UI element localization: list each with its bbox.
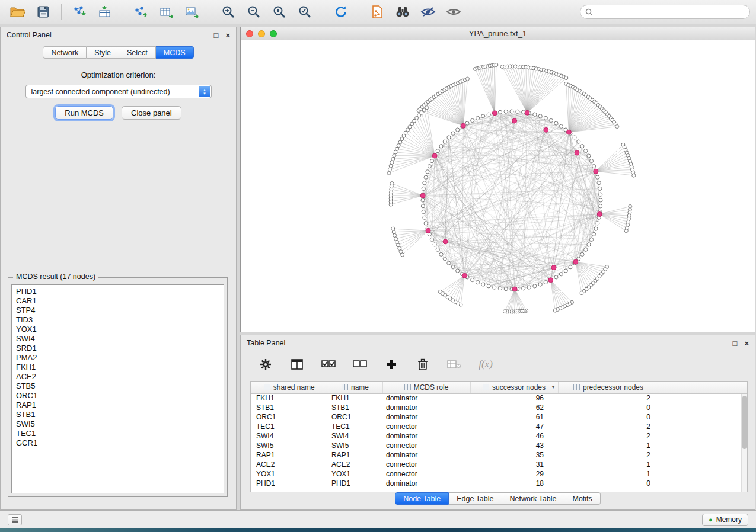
list-item[interactable]: RAP1 <box>16 400 224 410</box>
col-header-name[interactable]: name <box>328 382 382 393</box>
zoom-out-button[interactable] <box>242 2 266 21</box>
sort-arrow-icon[interactable]: ▾ <box>551 383 554 390</box>
deselect-all-button[interactable] <box>352 357 368 372</box>
list-item[interactable]: STB5 <box>16 382 224 391</box>
show-columns-button[interactable] <box>289 357 305 372</box>
cell-mcds-role[interactable]: connector <box>382 422 470 431</box>
status-menu-button[interactable] <box>8 514 22 525</box>
cell-mcds-role[interactable]: connector <box>382 460 470 469</box>
cell-name[interactable]: SWI5 <box>328 441 382 450</box>
cell-name[interactable]: TEC1 <box>328 422 382 431</box>
list-item[interactable]: FKH1 <box>16 363 224 372</box>
list-item[interactable]: SRD1 <box>16 344 224 353</box>
search-network-button[interactable] <box>391 2 414 21</box>
cell-mcds-role[interactable]: dominator <box>382 479 470 488</box>
cell-shared-name[interactable]: YOX1 <box>251 469 328 479</box>
table-row[interactable]: PHD1PHD1dominator180 <box>251 479 747 488</box>
cell-shared-name[interactable]: SWI5 <box>251 441 328 450</box>
list-item[interactable]: SWI4 <box>16 334 224 344</box>
table-row[interactable]: ACE2ACE2connector311 <box>251 460 747 469</box>
select-all-button[interactable] <box>321 357 336 372</box>
cell-successor-nodes[interactable]: 35 <box>470 450 558 460</box>
table-row[interactable]: ORC1ORC1dominator610 <box>251 412 747 422</box>
cell-mcds-role[interactable]: dominator <box>382 403 470 412</box>
cell-successor-nodes[interactable]: 31 <box>470 460 558 469</box>
refresh-view-button[interactable] <box>329 2 353 21</box>
table-row[interactable]: SWI4SWI4dominator462 <box>251 431 747 441</box>
run-mcds-button[interactable]: Run MCDS <box>55 106 113 120</box>
close-window-button[interactable] <box>246 30 253 37</box>
list-item[interactable]: PMA2 <box>16 353 224 363</box>
close-panel-icon[interactable]: × <box>744 339 749 347</box>
zoom-fit-button[interactable] <box>267 2 291 21</box>
list-item[interactable]: PHD1 <box>16 287 224 296</box>
add-column-button[interactable] <box>384 357 399 372</box>
zoom-in-button[interactable] <box>216 2 240 21</box>
tab-network[interactable]: Network <box>43 46 87 59</box>
zoom-selected-button[interactable] <box>293 2 317 21</box>
minimize-window-button[interactable] <box>258 30 265 37</box>
list-item[interactable]: TID3 <box>16 315 224 325</box>
import-network-button[interactable] <box>68 2 91 21</box>
table-scrollbar[interactable] <box>741 394 747 492</box>
toggle-graphics-details-button[interactable] <box>416 2 440 21</box>
col-header-mcds-role[interactable]: MCDS role <box>382 382 470 393</box>
delete-table-button[interactable] <box>446 357 462 372</box>
export-table-button[interactable] <box>155 2 178 21</box>
cell-successor-nodes[interactable]: 46 <box>470 431 558 441</box>
close-panel-icon[interactable]: × <box>225 31 230 39</box>
cell-name[interactable]: YOX1 <box>328 469 382 479</box>
cell-name[interactable]: SWI4 <box>328 431 382 441</box>
cell-successor-nodes[interactable]: 43 <box>470 441 558 450</box>
cell-predecessor-nodes[interactable]: 1 <box>558 469 659 479</box>
cell-predecessor-nodes[interactable]: 2 <box>558 450 659 460</box>
cell-name[interactable]: RAP1 <box>328 450 382 460</box>
list-item[interactable]: YOX1 <box>16 325 224 334</box>
cell-mcds-role[interactable]: connector <box>382 469 470 479</box>
cell-shared-name[interactable]: SWI4 <box>251 431 328 441</box>
tab-network-table[interactable]: Network Table <box>502 492 565 505</box>
tab-select[interactable]: Select <box>119 46 156 59</box>
memory-button[interactable]: ● Memory <box>702 514 748 526</box>
list-item[interactable]: STB1 <box>16 410 224 419</box>
col-header-successor-nodes[interactable]: successor nodes▾ <box>470 382 558 393</box>
cell-predecessor-nodes[interactable]: 0 <box>558 403 659 412</box>
open-session-button[interactable] <box>6 2 30 21</box>
cell-mcds-role[interactable]: dominator <box>382 412 470 422</box>
cell-successor-nodes[interactable]: 62 <box>470 403 558 412</box>
cell-name[interactable]: ORC1 <box>328 412 382 422</box>
cell-predecessor-nodes[interactable]: 2 <box>558 431 659 441</box>
search-box[interactable] <box>580 5 750 19</box>
tab-style[interactable]: Style <box>87 46 119 59</box>
cell-shared-name[interactable]: PHD1 <box>251 479 328 488</box>
table-row[interactable]: RAP1RAP1dominator352 <box>251 450 747 460</box>
table-row[interactable]: SWI5SWI5connector431 <box>251 441 747 450</box>
cell-name[interactable]: STB1 <box>328 403 382 412</box>
optimization-criterion-select[interactable]: largest connected component (undirected)… <box>25 85 212 98</box>
scrollbar-thumb[interactable] <box>742 396 747 449</box>
export-network-button[interactable] <box>129 2 153 21</box>
list-item[interactable]: GCR1 <box>16 438 224 448</box>
cell-mcds-role[interactable]: dominator <box>382 431 470 441</box>
tab-motifs[interactable]: Motifs <box>564 492 600 505</box>
search-input[interactable] <box>596 8 745 16</box>
table-row[interactable]: TEC1TEC1connector472 <box>251 422 747 431</box>
close-panel-button[interactable]: Close panel <box>122 106 181 120</box>
cell-shared-name[interactable]: TEC1 <box>251 422 328 431</box>
list-item[interactable]: CAR1 <box>16 296 224 306</box>
tab-node-table[interactable]: Node Table <box>395 492 449 505</box>
float-panel-icon[interactable]: □ <box>214 31 219 39</box>
cell-shared-name[interactable]: ORC1 <box>251 412 328 422</box>
tab-edge-table[interactable]: Edge Table <box>449 492 502 505</box>
zoom-window-button[interactable] <box>270 30 277 37</box>
col-header-shared-name[interactable]: shared name <box>251 382 328 393</box>
list-item[interactable]: ACE2 <box>16 372 224 382</box>
list-item[interactable]: TEC1 <box>16 429 224 438</box>
cell-predecessor-nodes[interactable]: 1 <box>558 441 659 450</box>
col-header-predecessor-nodes[interactable]: predecessor nodes <box>558 382 659 393</box>
cell-mcds-role[interactable]: dominator <box>382 393 470 403</box>
cell-shared-name[interactable]: ACE2 <box>251 460 328 469</box>
mcds-result-list[interactable]: PHD1CAR1STP4TID3YOX1SWI4SRD1PMA2FKH1ACE2… <box>11 284 224 493</box>
cell-shared-name[interactable]: STB1 <box>251 403 328 412</box>
table-row[interactable]: FKH1FKH1dominator962 <box>251 393 747 403</box>
